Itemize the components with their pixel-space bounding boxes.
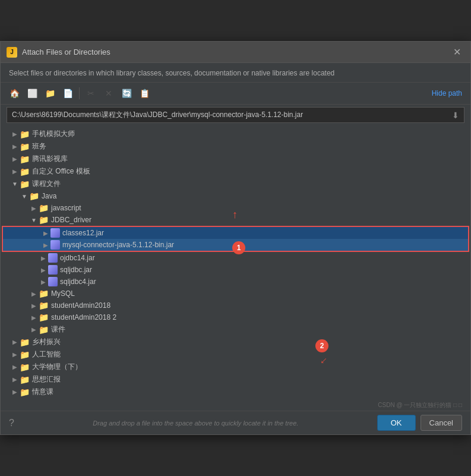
- folder-icon-java: 📁: [29, 191, 39, 201]
- tree-item-course[interactable]: ▼ 📁 课程文件: [1, 178, 470, 190]
- toolbar-left: 🏠 ⬜ 📁 📄 ✂ ✕ 🔄 📋: [7, 86, 152, 100]
- tree-item-physics[interactable]: ▶ 📁 大学物理（下）: [1, 361, 470, 373]
- arrow-jdbc: ▼: [29, 217, 39, 223]
- folder-icon-javascript: 📁: [39, 203, 49, 213]
- jar-icon-ojdbc14: [48, 253, 58, 263]
- annotation-1: 1: [232, 241, 245, 254]
- label-sqljdbc4: sqljdbc4.jar: [60, 278, 96, 286]
- tree-item-student2018[interactable]: ▶ 📁 studentAdmin2018: [1, 300, 470, 311]
- label-village: 乡村振兴: [32, 337, 61, 347]
- arrow-office: ▶: [10, 168, 20, 175]
- label-student2018: studentAdmin2018: [51, 301, 110, 310]
- arrow-class: ▶: [10, 143, 20, 150]
- tree-item-ai[interactable]: ▶ 📁 人工智能: [1, 348, 470, 361]
- label-java: Java: [42, 192, 56, 200]
- tree-item-thought[interactable]: ▶ 📁 思想汇报: [1, 373, 470, 386]
- tree-item-village[interactable]: ▶ 📁 乡村振兴: [1, 336, 470, 348]
- file-tree[interactable]: ▶ 📁 手机模拟大师 ▶ 📁 班务 ▶ 📁 腾讯影视库 ▶ 📁 自定义 Offi…: [1, 125, 470, 411]
- folder-icon-office: 📁: [20, 167, 30, 176]
- folder-icon-mysql: 📁: [39, 289, 49, 298]
- move-up-button[interactable]: 📁: [42, 86, 58, 100]
- app-icon: J: [7, 47, 17, 58]
- arrow-student2018-2: ▶: [29, 314, 39, 321]
- folder-icon-physics: 📁: [20, 362, 30, 372]
- toolbar: 🏠 ⬜ 📁 📄 ✂ ✕ 🔄 📋 Hide path: [1, 83, 470, 105]
- folder-icon-student2018-2: 📁: [39, 313, 49, 322]
- arrow-mysql: ▶: [29, 291, 39, 297]
- copy-button[interactable]: 📋: [137, 86, 152, 100]
- tree-item-javascript[interactable]: ▶ 📁 javascript: [1, 202, 470, 214]
- tree-item-kewai[interactable]: ▶ 📁 课件: [1, 323, 470, 336]
- tree-item-office[interactable]: ▶ 📁 自定义 Office 模板: [1, 165, 470, 178]
- arrow-mysql-conn: ▶: [41, 242, 50, 248]
- tree-item-love[interactable]: ▶ 📁 情意课: [1, 386, 470, 398]
- label-student2018-2: studentAdmin2018 2: [51, 313, 116, 321]
- hide-path-button[interactable]: Hide path: [429, 88, 464, 99]
- tree-item-class[interactable]: ▶ 📁 班务: [1, 140, 470, 153]
- folder-icon-student2018: 📁: [39, 301, 49, 310]
- home-button[interactable]: 🏠: [7, 86, 22, 100]
- folder-icon-thought: 📁: [20, 375, 30, 384]
- label-kewai: 课件: [51, 324, 65, 335]
- button-area: OK Cancel: [377, 415, 462, 431]
- watermark: CSDN @ 一只独立独行的猫 □ □: [378, 401, 462, 409]
- delete-button[interactable]: ✕: [101, 86, 116, 100]
- folder-icon-tencent: 📁: [20, 155, 30, 164]
- folder-icon-love: 📁: [20, 387, 30, 397]
- label-mysql: MySQL: [51, 289, 75, 298]
- label-ai: 人工智能: [32, 349, 61, 360]
- folder-icon-class: 📁: [20, 142, 30, 152]
- arrow-ojdbc14: ▶: [39, 255, 48, 261]
- label-class: 班务: [32, 141, 46, 152]
- arrow-mobile: ▶: [10, 131, 20, 137]
- arrow-village: ▶: [10, 339, 20, 345]
- cancel-button[interactable]: Cancel: [421, 415, 462, 431]
- label-office: 自定义 Office 模板: [32, 166, 90, 176]
- tree-item-jdbc[interactable]: ▼ 📁 JDBC_driver: [1, 214, 470, 226]
- arrow-tencent: ▶: [10, 156, 20, 162]
- folder-icon-ai: 📁: [20, 350, 30, 360]
- label-mysql-conn: mysql-connector-java-5.1.12-bin.jar: [62, 241, 174, 249]
- ok-button[interactable]: OK: [377, 415, 416, 431]
- arrow-course: ▼: [10, 181, 20, 187]
- tree-item-sqljdbc4[interactable]: ▶ sqljdbc4.jar: [1, 276, 470, 288]
- folder-icon-village: 📁: [20, 338, 30, 347]
- label-jdbc: JDBC_driver: [51, 216, 91, 224]
- arrow-sqljdbc: ▶: [39, 267, 48, 273]
- folder-icon-course: 📁: [20, 179, 30, 189]
- arrow-kewai: ▶: [29, 326, 39, 333]
- tree-item-mysql[interactable]: ▶ 📁 MySQL: [1, 288, 470, 300]
- tree-item-java[interactable]: ▼ 📁 Java: [1, 190, 470, 202]
- tree-item-tencent[interactable]: ▶ 📁 腾讯影视库: [1, 153, 470, 165]
- cut-button[interactable]: ✂: [83, 86, 99, 100]
- new-folder-button[interactable]: ⬜: [24, 86, 40, 100]
- arrow-love: ▶: [10, 389, 20, 395]
- path-download-icon[interactable]: ⬇: [452, 111, 459, 120]
- arrow-student2018: ▶: [29, 302, 39, 309]
- label-tencent: 腾讯影视库: [32, 154, 68, 164]
- subtitle: Select files or directories in which lib…: [1, 63, 470, 83]
- arrow-classes12: ▶: [41, 230, 50, 237]
- close-button[interactable]: ✕: [450, 45, 464, 59]
- path-text: C:\Users\86199\Documents\课程文件\Java\JDBC_…: [12, 110, 448, 120]
- label-physics: 大学物理（下）: [32, 362, 82, 372]
- annotation-2: 2: [315, 339, 328, 352]
- tree-item-mobile[interactable]: ▶ 📁 手机模拟大师: [1, 128, 470, 140]
- label-love: 情意课: [32, 387, 53, 397]
- jar-icon-sqljdbc4: [48, 277, 58, 286]
- help-button[interactable]: ?: [9, 418, 14, 428]
- folder-icon-kewai: 📁: [39, 325, 49, 335]
- label-classes12: classes12.jar: [62, 229, 104, 237]
- expand-button[interactable]: 📄: [60, 86, 75, 100]
- tree-item-sqljdbc[interactable]: ▶ sqljdbc.jar: [1, 264, 470, 276]
- bottom-bar: ? Drag and drop a file into the space ab…: [1, 411, 470, 434]
- tree-item-student2018-2[interactable]: ▶ 📁 studentAdmin2018 2: [1, 311, 470, 323]
- title-bar-left: J Attach Files or Directories: [7, 47, 110, 58]
- refresh-button[interactable]: 🔄: [119, 86, 134, 100]
- folder-icon-jdbc: 📁: [39, 215, 49, 225]
- label-mobile: 手机模拟大师: [32, 129, 75, 139]
- arrow-physics: ▶: [10, 364, 20, 370]
- label-javascript: javascript: [51, 204, 81, 212]
- folder-icon-mobile: 📁: [20, 130, 30, 139]
- tree-item-classes12[interactable]: ▶ classes12.jar: [3, 227, 468, 239]
